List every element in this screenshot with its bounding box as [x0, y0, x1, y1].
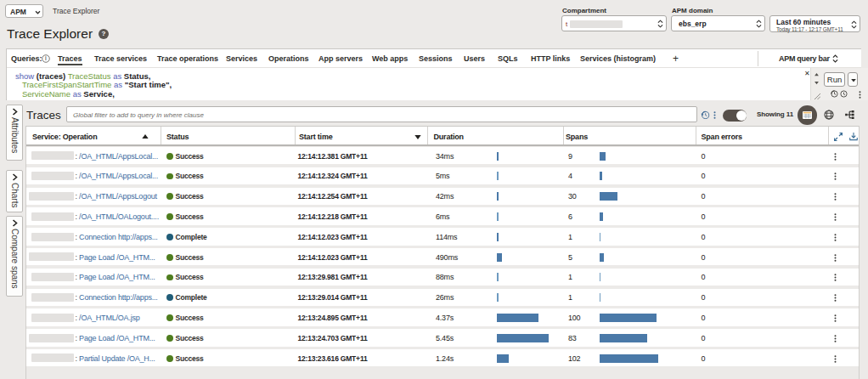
svg-text:i: i: [45, 55, 47, 61]
